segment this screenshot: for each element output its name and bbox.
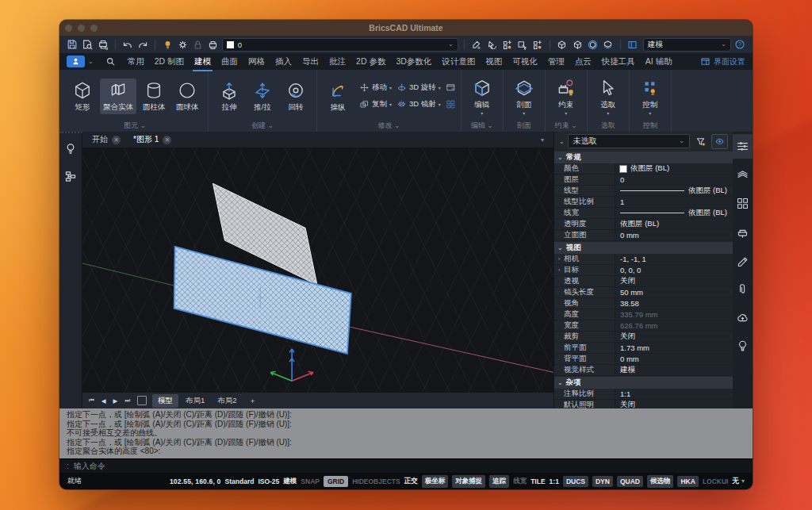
- layout-nav-prev-icon[interactable]: ◀: [102, 397, 108, 405]
- viewport-menu-caret-icon[interactable]: ▾: [541, 136, 544, 144]
- property-value[interactable]: 38.58: [615, 298, 733, 309]
- eyedropper-button[interactable]: [470, 38, 483, 52]
- ribbon-button[interactable]: 圆柱体: [138, 79, 170, 114]
- traffic-light-minimize[interactable]: [78, 25, 85, 32]
- blocks-panel-button[interactable]: [733, 191, 753, 216]
- layout-tab[interactable]: 模型: [152, 394, 178, 408]
- status-toggle-线宽[interactable]: 线宽: [513, 477, 527, 486]
- search-icon[interactable]: [104, 55, 117, 68]
- ribbon-group-label[interactable]: 选取: [592, 121, 624, 132]
- property-value[interactable]: 0, 0, 0: [615, 265, 733, 275]
- ribbon-button[interactable]: [446, 82, 456, 93]
- close-icon[interactable]: ✕: [112, 136, 121, 144]
- property-filter-button[interactable]: [693, 135, 708, 148]
- property-value[interactable]: 关闭: [615, 332, 733, 342]
- tab-9[interactable]: 2D 参数: [356, 56, 385, 68]
- title-bar[interactable]: BricsCAD Ultimate: [59, 20, 753, 36]
- light-panel-button[interactable]: [63, 140, 79, 156]
- status-toggle-ISO-25[interactable]: ISO-25: [258, 477, 279, 485]
- tab-14[interactable]: 管理: [548, 56, 565, 68]
- command-input-row[interactable]: : 输入命令: [59, 458, 753, 473]
- printer-button[interactable]: [207, 38, 220, 52]
- ribbon-group-label[interactable]: 约束 ⌄: [550, 121, 582, 132]
- tab-5[interactable]: 网格: [248, 56, 265, 68]
- redo-button[interactable]: [136, 38, 149, 52]
- open-preview-button[interactable]: [81, 38, 94, 52]
- brush-panel-button[interactable]: [733, 220, 753, 244]
- lock-button[interactable]: [191, 38, 204, 52]
- cloud-panel-button[interactable]: [733, 305, 753, 330]
- status-toggle-候选物[interactable]: 候选物: [647, 475, 674, 488]
- ribbon-button[interactable]: 复制▾: [359, 99, 392, 109]
- layer-dropdown[interactable]: 0⌄: [222, 38, 458, 52]
- tab-7[interactable]: 导出: [302, 56, 319, 68]
- status-toggle-无[interactable]: 无▾: [732, 477, 745, 486]
- tab-15[interactable]: 点云: [575, 56, 592, 68]
- property-section-header[interactable]: ⌄常规: [554, 151, 733, 163]
- bulb-button[interactable]: [161, 38, 174, 52]
- ribbon-button[interactable]: 拉伸: [213, 79, 245, 114]
- tab-8[interactable]: 批注: [329, 56, 346, 68]
- layout-tab[interactable]: 布局2: [212, 394, 242, 408]
- property-value[interactable]: 依图层 (BL): [615, 186, 733, 196]
- app-menu-caret-icon[interactable]: ⌄: [88, 59, 94, 65]
- status-toggle-Standard[interactable]: Standard: [225, 477, 255, 485]
- tab-12[interactable]: 视图: [485, 56, 502, 68]
- status-toggle-极坐标[interactable]: 极坐标: [422, 475, 449, 488]
- document-tab[interactable]: 开始✕: [92, 134, 121, 145]
- tab-3[interactable]: 建模: [194, 56, 211, 68]
- tab-2[interactable]: 2D 制图: [155, 56, 184, 68]
- layout-list-icon[interactable]: [137, 396, 147, 405]
- layout-nav-first-icon[interactable]: ⏮: [89, 397, 96, 405]
- interface-settings-button[interactable]: 界面设置: [700, 56, 745, 67]
- property-value[interactable]: 依图层 (BL): [615, 219, 733, 229]
- ribbon-button[interactable]: 矩形: [67, 79, 98, 114]
- workspace-dropdown[interactable]: 建模⌄: [643, 38, 731, 52]
- layout-nav-next-icon[interactable]: ▶: [113, 397, 120, 405]
- close-icon[interactable]: ✕: [163, 136, 171, 144]
- render-panel-button[interactable]: [733, 248, 753, 273]
- ribbon-group-label[interactable]: 图元 ⌄: [67, 121, 203, 132]
- ribbon-button[interactable]: 聚合实体: [100, 79, 136, 114]
- status-toggle-HKA[interactable]: HKA: [677, 476, 698, 487]
- undo-button[interactable]: [121, 38, 134, 52]
- property-section-header[interactable]: ⌄视图: [554, 242, 733, 254]
- panel-chevron-icon[interactable]: ⌄: [559, 138, 565, 145]
- ribbon-button[interactable]: 控制▾: [634, 76, 666, 117]
- ribbon-button[interactable]: 回转: [280, 79, 312, 114]
- ribbon-group-label[interactable]: 控制: [634, 121, 666, 132]
- ribbon-button[interactable]: 操纵: [322, 79, 354, 114]
- property-value[interactable]: 建模: [615, 365, 733, 375]
- balloon-panel-button[interactable]: [733, 334, 753, 359]
- cube-small-button[interactable]: [556, 38, 569, 52]
- visibility-eye-button[interactable]: [711, 134, 728, 149]
- gear-button[interactable]: [176, 38, 189, 52]
- status-toggle-对象捕捉[interactable]: 对象捕捉: [452, 475, 485, 488]
- property-section-header[interactable]: ⌄杂项: [554, 377, 733, 389]
- ribbon-group-label[interactable]: 编辑 ⌄: [466, 121, 498, 132]
- property-value[interactable]: 1: [615, 197, 733, 207]
- property-value[interactable]: 1.73 mm: [615, 343, 733, 353]
- tab-4[interactable]: 曲面: [221, 56, 238, 68]
- property-value[interactable]: 依图层 (BL): [615, 163, 733, 174]
- structure-panel-button[interactable]: [63, 168, 79, 184]
- property-value[interactable]: 关闭: [615, 276, 733, 286]
- viewport[interactable]: [82, 148, 553, 393]
- ribbon-button[interactable]: [446, 99, 456, 109]
- layout-tab[interactable]: 布局1: [180, 394, 210, 408]
- property-value[interactable]: 依图层 (BL): [615, 208, 733, 218]
- tab-6[interactable]: 插入: [275, 56, 292, 68]
- selection-dropdown[interactable]: 未选取 ⌄: [568, 134, 690, 148]
- squares-bulb2-button[interactable]: [531, 38, 544, 52]
- ribbon-group-label[interactable]: 剖面: [508, 121, 540, 132]
- squares-bulb-button[interactable]: [500, 38, 513, 52]
- status-toggle-追踪[interactable]: 追踪: [489, 475, 509, 488]
- status-toggle-SNAP[interactable]: SNAP: [301, 477, 320, 485]
- cube-stack-button[interactable]: [601, 38, 614, 52]
- property-value[interactable]: 0: [615, 174, 733, 185]
- ribbon-button[interactable]: 推/拉: [247, 79, 278, 114]
- document-tab[interactable]: *图形 1✕: [133, 134, 171, 145]
- property-value[interactable]: 626.76 mm: [615, 320, 733, 331]
- save-button[interactable]: [66, 38, 79, 52]
- status-coordinates[interactable]: 102.55, 160.6, 0: [170, 477, 221, 485]
